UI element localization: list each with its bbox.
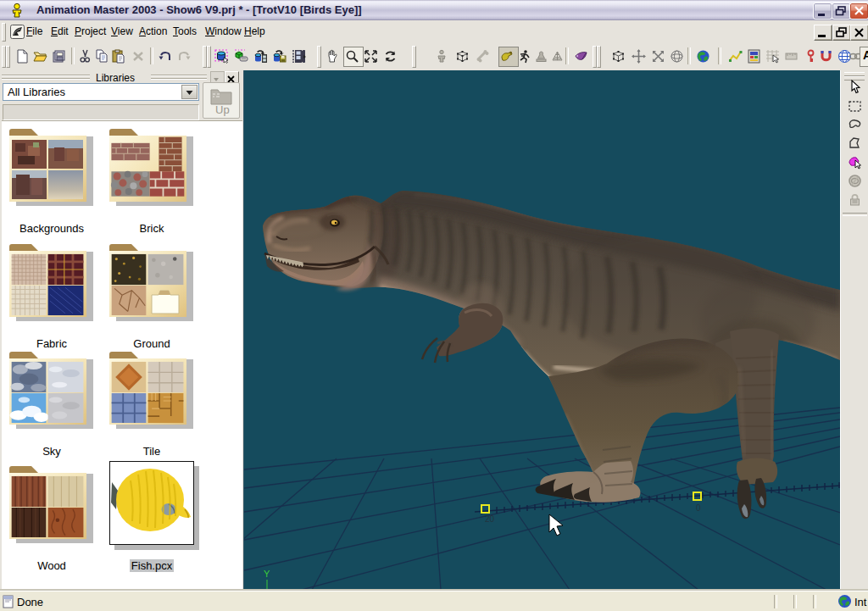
svg-text:0: 0 xyxy=(696,503,701,513)
svg-text:20: 20 xyxy=(485,514,495,524)
svg-text:Y: Y xyxy=(264,569,270,579)
